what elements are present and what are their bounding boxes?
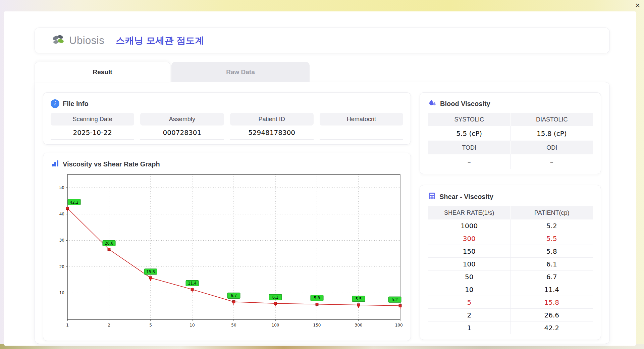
- assembly-label: Assembly: [140, 113, 224, 126]
- svg-text:5.5: 5.5: [356, 297, 362, 301]
- shear-table-row: 1011.4: [428, 283, 593, 296]
- field-hematocrit: Hematocrit: [320, 113, 403, 140]
- field-patient-id: Patient ID 52948178300: [230, 113, 314, 140]
- file-info-title: File Info: [63, 100, 89, 108]
- hematocrit-value: [320, 126, 403, 140]
- odi-value: –: [511, 154, 593, 169]
- shear-rate-value: 2: [428, 309, 511, 321]
- svg-text:5.2: 5.2: [392, 297, 398, 302]
- patient-viscosity-value: 26.6: [511, 309, 593, 321]
- patient-id-label: Patient ID: [230, 113, 314, 126]
- patient-viscosity-value: 5.8: [511, 245, 593, 258]
- svg-text:11.4: 11.4: [188, 281, 197, 286]
- shear-table-row: 226.6: [428, 309, 593, 321]
- file-info-fields: Scanning Date 2025-10-22 Assembly 000728…: [51, 113, 403, 140]
- shear-table-row: 1006.1: [428, 258, 593, 270]
- blood-viscosity-card: Blood Viscosity SYSTOLIC DIASTOLIC 5.5 (…: [420, 92, 601, 174]
- shear-rate-value: 100: [428, 258, 511, 270]
- shear-rate-value: 5: [428, 296, 511, 309]
- shear-table-row: 506.7: [428, 270, 593, 283]
- systolic-header: SYSTOLIC: [428, 113, 511, 126]
- shear-table-header: SHEAR RATE(1/s) PATIENT(cp): [428, 206, 593, 219]
- svg-text:50: 50: [59, 185, 64, 190]
- svg-text:42.2: 42.2: [70, 200, 78, 205]
- info-icon: i: [51, 99, 59, 108]
- field-scanning-date: Scanning Date 2025-10-22: [51, 113, 134, 140]
- file-info-card: i File Info Scanning Date 2025-10-22 Ass…: [43, 92, 411, 145]
- svg-text:2: 2: [108, 323, 110, 328]
- patient-column-header: PATIENT(cp): [511, 206, 593, 219]
- svg-text:26.6: 26.6: [105, 241, 113, 246]
- leaf-logo-icon: [52, 34, 66, 47]
- shear-table-row: 142.2: [428, 321, 593, 334]
- svg-text:1000: 1000: [395, 323, 403, 328]
- todi-value: –: [428, 154, 511, 169]
- ubiosis-logo: Ubiosis: [52, 34, 104, 47]
- shear-rate-value: 1000: [428, 219, 511, 232]
- scanning-date-value: 2025-10-22: [51, 126, 134, 140]
- systolic-value: 5.5 (cP): [428, 126, 511, 141]
- svg-text:10: 10: [190, 323, 195, 328]
- patient-viscosity-value: 6.7: [511, 270, 593, 283]
- tab-raw-data[interactable]: Raw Data: [171, 62, 310, 82]
- assembly-value: 000728301: [140, 126, 224, 140]
- patient-viscosity-value: 5.5: [511, 232, 593, 245]
- scanning-date-label: Scanning Date: [51, 113, 134, 126]
- svg-text:6.1: 6.1: [272, 295, 278, 300]
- svg-text:5: 5: [149, 323, 152, 328]
- shear-table-row: 10005.2: [428, 219, 593, 232]
- svg-text:50: 50: [231, 323, 236, 328]
- diastolic-value: 15.8 (cP): [511, 126, 593, 141]
- svg-text:150: 150: [313, 323, 321, 328]
- patient-viscosity-value: 6.1: [511, 258, 593, 270]
- svg-text:10: 10: [59, 291, 64, 295]
- blood-viscosity-title: Blood Viscosity: [440, 100, 490, 108]
- shear-viscosity-title: Shear - Viscosity: [439, 193, 493, 201]
- svg-text:6.7: 6.7: [231, 293, 237, 298]
- shear-table-row: 515.8: [428, 296, 593, 309]
- tab-result[interactable]: Result: [35, 62, 170, 82]
- bar-chart-icon: [51, 160, 59, 168]
- shear-viscosity-card: Shear - Viscosity SHEAR RATE(1/s) PATIEN…: [420, 185, 601, 340]
- result-panel: i File Info Scanning Date 2025-10-22 Ass…: [35, 82, 610, 344]
- page-title: 스캐닝 모세관 점도계: [116, 35, 204, 47]
- shear-rate-column-header: SHEAR RATE(1/s): [428, 206, 511, 219]
- app-header: Ubiosis 스캐닝 모세관 점도계: [35, 28, 610, 53]
- viscosity-graph-card: Viscosity vs Shear Rate Graph 1020304050…: [43, 153, 411, 341]
- shear-table-row: 3005.5: [428, 232, 593, 245]
- patient-viscosity-value: 15.8: [511, 296, 593, 309]
- svg-text:40: 40: [59, 212, 64, 216]
- svg-text:30: 30: [59, 238, 64, 243]
- logo-text: Ubiosis: [69, 35, 104, 47]
- todi-header: TODI: [428, 141, 511, 154]
- patient-id-value: 52948178300: [230, 126, 314, 140]
- graph-title: Viscosity vs Shear Rate Graph: [63, 160, 160, 168]
- blood-viscosity-table: SYSTOLIC DIASTOLIC 5.5 (cP) 15.8 (cP) TO…: [428, 113, 593, 169]
- shear-rate-value: 1: [428, 321, 511, 334]
- svg-text:300: 300: [355, 323, 363, 328]
- tab-bar: Result Raw Data: [35, 62, 610, 82]
- blood-drop-icon: [428, 99, 437, 109]
- shear-table-row: 1505.8: [428, 245, 593, 258]
- odi-header: ODI: [511, 141, 593, 154]
- shear-rate-value: 10: [428, 283, 511, 296]
- hematocrit-label: Hematocrit: [320, 113, 403, 126]
- svg-text:100: 100: [272, 323, 279, 328]
- diastolic-header: DIASTOLIC: [511, 113, 593, 126]
- viscosity-chart: 10203040501251050100150300100042.226.615…: [51, 172, 403, 332]
- shear-table-body: 10005.23005.51505.81006.1506.71011.4515.…: [428, 219, 593, 334]
- shear-rate-value: 150: [428, 245, 511, 258]
- patient-viscosity-value: 42.2: [511, 321, 593, 334]
- svg-text:20: 20: [59, 264, 64, 269]
- shear-rate-value: 300: [428, 232, 511, 245]
- patient-viscosity-value: 5.2: [511, 219, 593, 232]
- shear-rate-value: 50: [428, 270, 511, 283]
- calculator-icon: [428, 192, 436, 201]
- svg-text:1: 1: [66, 323, 69, 328]
- patient-viscosity-value: 11.4: [511, 283, 593, 296]
- field-assembly: Assembly 000728301: [140, 113, 224, 140]
- svg-text:15.8: 15.8: [146, 269, 155, 274]
- close-icon[interactable]: ×: [635, 1, 640, 10]
- svg-text:5.8: 5.8: [314, 296, 320, 300]
- app-window: Ubiosis 스캐닝 모세관 점도계 Result Raw Data i Fi…: [4, 11, 636, 346]
